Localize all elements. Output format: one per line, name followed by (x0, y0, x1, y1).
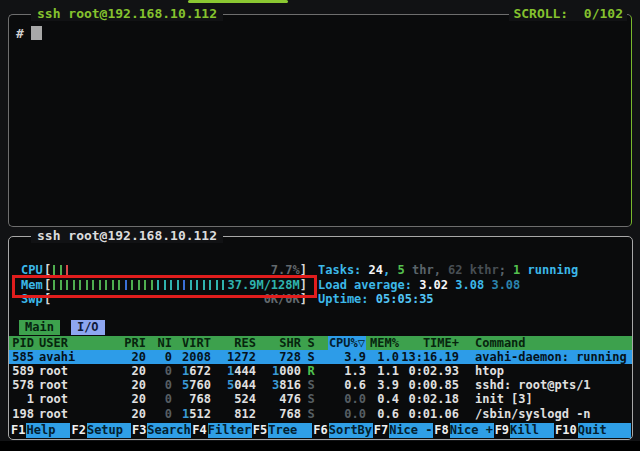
meter-bar (157, 280, 159, 290)
process-row[interactable]: 198root2001512812768S0.00.60:01.06/sbin/… (9, 407, 632, 421)
tasks-fragment: running (520, 263, 578, 277)
fkey-f7-nice[interactable]: F7Nice - (373, 423, 433, 438)
sort-column-header[interactable]: CPU%▽ (328, 336, 366, 350)
meter-bar (66, 280, 68, 290)
terminal-screen: ssh root@192.168.10.112 SCROLL: 0/102 # … (0, 0, 640, 451)
swap-meter: Swp[0K/0K] (21, 292, 307, 307)
column-header-time[interactable]: TIME+ (399, 336, 459, 350)
cell-pri: 20 (116, 407, 146, 421)
meter-bar (86, 280, 88, 290)
cell-time: 13:16.19 (399, 350, 459, 364)
fkey-number: F1 (10, 423, 26, 438)
tasks-fragment: 62 kthr (448, 263, 499, 277)
cell-cpu: 1.3 (321, 364, 366, 378)
fkey-f8-nice[interactable]: F8Nice + (433, 423, 493, 438)
cell-res: 5044 (211, 378, 256, 392)
cell-shr: 768 (256, 407, 301, 421)
meter-bar (79, 280, 81, 290)
fkey-number: F4 (191, 423, 207, 438)
meter-bar (170, 280, 172, 290)
meter-bar (177, 280, 179, 290)
swap-meter-label: Swp (21, 292, 44, 307)
cell-user: avahi (34, 350, 116, 364)
process-row[interactable]: 578root200576050443816S0.63.90:00.85sshd… (9, 378, 632, 392)
load-average: Load average: 3.02 3.08 3.08 (307, 278, 632, 293)
column-header-mem[interactable]: MEM% (366, 336, 399, 350)
tasks-fragment: 5 (397, 263, 404, 277)
fkey-f1-help[interactable]: F1Help (10, 423, 70, 438)
cell-ni: 0 (146, 364, 172, 378)
cell-res: 812 (211, 407, 256, 421)
column-header-s[interactable]: S (301, 336, 321, 350)
cell-shr: 728 (256, 350, 301, 364)
fkey-f6-sortby[interactable]: F6SortBy (312, 423, 372, 438)
process-row[interactable]: 1root200768524476S0.00.40:02.18init [3] (9, 392, 632, 406)
process-row[interactable]: 585avahi20020081272728S3.91.013:16.19ava… (9, 350, 632, 364)
cell-command: htop (459, 364, 632, 378)
fkey-f10-quit[interactable]: F10Quit (554, 423, 631, 438)
fkey-f2-setup[interactable]: F2Setup (70, 423, 130, 438)
fkey-number: F5 (252, 423, 268, 438)
cell-cpu: 0.0 (321, 407, 366, 421)
fkey-label: Kill (510, 423, 554, 438)
tab-main[interactable]: Main (19, 320, 60, 335)
column-header-command[interactable]: Command (459, 336, 632, 350)
fkey-number: F7 (373, 423, 389, 438)
scroll-label: SCROLL: (513, 6, 568, 21)
cell-virt: 2008 (172, 350, 211, 364)
cell-mem: 1.1 (366, 364, 399, 378)
fkey-f3-search[interactable]: F3Search (131, 423, 191, 438)
cell-mem: 1.0 (366, 350, 399, 364)
cell-ni: 0 (146, 392, 172, 406)
cpu-meter-value: 7.7% (271, 263, 300, 278)
column-header-pid[interactable]: PID (9, 336, 34, 350)
meter-bar (131, 280, 133, 290)
cell-command: init [3] (459, 392, 632, 406)
cell-s: S (301, 392, 321, 406)
cell-mem: 0.4 (366, 392, 399, 406)
column-header-shr[interactable]: SHR (256, 336, 301, 350)
uptime-fragment: Uptime: (318, 292, 376, 306)
swap-meter-bars (51, 292, 263, 307)
cell-ni: 0 (146, 350, 172, 364)
tasks-fragment: , (383, 263, 397, 277)
fkey-f9-kill[interactable]: F9Kill (494, 423, 554, 438)
column-header-res[interactable]: RES (211, 336, 256, 350)
fkey-f4-filter[interactable]: F4Filter (191, 423, 251, 438)
cell-time: 0:02.18 (399, 392, 459, 406)
process-table-body: 585avahi20020081272728S3.91.013:16.19ava… (9, 350, 632, 421)
load-fragment: 3.02 (419, 278, 455, 292)
htop-screen-tabs: MainI/O (9, 320, 632, 336)
column-header-virt[interactable]: VIRT (172, 336, 211, 350)
meter-bar (53, 280, 55, 290)
tasks-summary: Tasks: 24, 5 thr, 62 kthr; 1 running (307, 263, 632, 278)
scroll-value: 0/102 (584, 6, 623, 21)
meter-bar (164, 280, 166, 290)
process-row[interactable]: 589root200167214441000R1.31.10:02.93htop (9, 364, 632, 378)
mem-meter: Mem[37.9M/128M] (21, 278, 307, 293)
meter-bar (92, 280, 94, 290)
column-header-user[interactable]: USER (34, 336, 116, 350)
tab-io[interactable]: I/O (71, 320, 105, 335)
cell-pid: 1 (9, 392, 34, 406)
mem-meter-value: 37.9M/128M (228, 278, 300, 293)
cell-s: S (301, 378, 321, 392)
fkey-f5-tree[interactable]: F5Tree (252, 423, 312, 438)
cpu-meter: CPU[7.7%] (21, 263, 307, 278)
htop-view: CPU[7.7%] Tasks: 24, 5 thr, 62 kthr; 1 r… (9, 237, 632, 439)
bottom-ssh-pane[interactable]: ssh root@192.168.10.112 CPU[7.7%] Tasks:… (8, 236, 633, 440)
cell-ni: 0 (146, 407, 172, 421)
column-header-cpu[interactable]: CPU%▽ (321, 336, 366, 350)
cell-user: root (34, 392, 116, 406)
cell-time: 0:00.85 (399, 378, 459, 392)
swp-row: Swp[0K/0K] Uptime: 05:05:35 (9, 292, 632, 307)
meter-bar (53, 265, 55, 275)
meter-bar (112, 280, 114, 290)
meter-bar (73, 280, 75, 290)
column-header-pri[interactable]: PRI (116, 336, 146, 350)
column-header-ni[interactable]: NI (146, 336, 172, 350)
recording-progress-bar (188, 0, 288, 3)
cell-cpu: 0.6 (321, 378, 366, 392)
top-ssh-pane[interactable]: ssh root@192.168.10.112 SCROLL: 0/102 # (8, 14, 632, 227)
meter-bar (60, 280, 62, 290)
